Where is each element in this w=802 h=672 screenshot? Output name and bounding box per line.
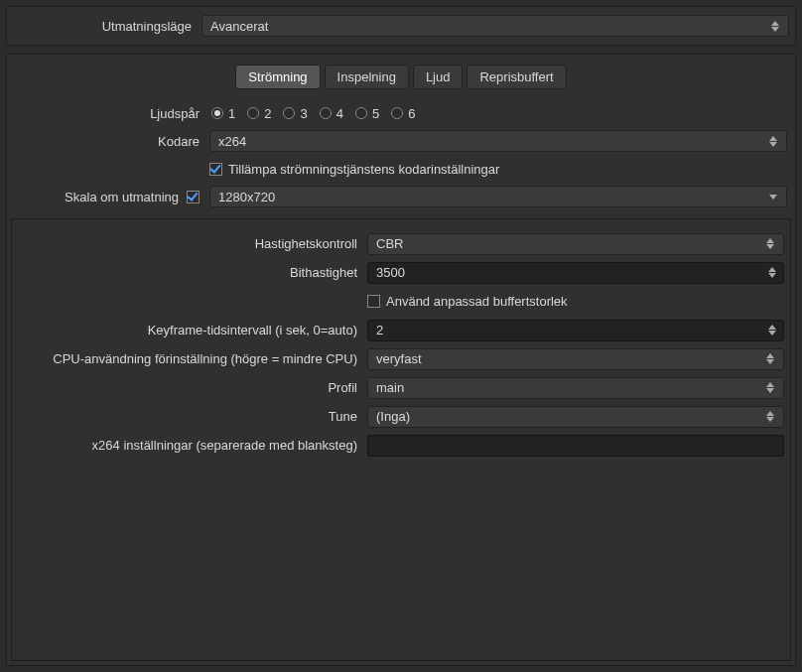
custom-buffer-label: Använd anpassad buffertstorlek (386, 294, 568, 309)
updown-icon (768, 17, 782, 35)
chevron-down-icon (766, 188, 780, 205)
updown-icon (766, 132, 780, 150)
rate-control-value: CBR (376, 236, 763, 251)
svg-marker-1 (771, 27, 779, 32)
svg-marker-14 (766, 388, 774, 393)
audio-track-3[interactable]: 3 (283, 106, 307, 121)
updown-icon (765, 322, 779, 339)
radio-icon (283, 107, 295, 119)
radio-icon (320, 107, 332, 119)
custom-buffer-checkbox[interactable]: Använd anpassad buffertstorlek (367, 294, 568, 309)
bitrate-input[interactable]: 3500 (367, 262, 784, 284)
svg-marker-2 (769, 136, 777, 141)
svg-marker-4 (769, 195, 777, 200)
rescale-label: Skala om utmatning (65, 190, 179, 204)
rescale-row: Skala om utmatning 1280x720 (15, 183, 787, 210)
keyframe-value: 2 (376, 323, 765, 337)
output-mode-value: Avancerat (210, 19, 768, 34)
cpu-preset-select[interactable]: veryfast (367, 348, 784, 370)
encoder-settings-panel: Hastighetskontroll CBR Bithastighet 3500 (11, 218, 791, 661)
tabs: Strömning Inspelning Ljud Reprisbuffert (11, 65, 791, 89)
encoder-select[interactable]: x264 (209, 130, 787, 152)
output-mode-label: Utmatningsläge (13, 19, 201, 34)
updown-icon (763, 379, 777, 397)
svg-marker-3 (769, 142, 777, 147)
svg-marker-6 (766, 244, 774, 249)
radio-icon (355, 107, 367, 119)
updown-icon (763, 350, 777, 368)
encoder-label: Kodare (15, 134, 209, 149)
encoder-row: Kodare x264 (15, 127, 787, 155)
updown-icon (765, 264, 779, 282)
tab-recording[interactable]: Inspelning (325, 65, 409, 89)
bitrate-value: 3500 (376, 265, 765, 280)
rescale-checkbox[interactable] (187, 191, 200, 203)
svg-marker-13 (766, 382, 774, 387)
enforce-label: Tillämpa strömningstjänstens kodarinstäl… (228, 162, 499, 177)
checkbox-icon (367, 295, 380, 308)
tune-select[interactable]: (Inga) (367, 406, 784, 428)
rate-control-row: Hastighetskontroll CBR (18, 229, 784, 258)
cpu-preset-value: veryfast (376, 351, 763, 366)
audio-track-row: Ljudspår 1 2 3 4 5 6 (15, 99, 787, 127)
tab-replay-buffer[interactable]: Reprisbuffert (467, 65, 566, 89)
tune-label: Tune (18, 409, 367, 424)
profile-label: Profil (18, 380, 367, 395)
audio-track-6[interactable]: 6 (391, 106, 415, 121)
output-settings-panel: Strömning Inspelning Ljud Reprisbuffert … (6, 54, 796, 666)
svg-marker-5 (766, 238, 774, 243)
tune-value: (Inga) (376, 409, 763, 424)
rate-control-label: Hastighetskontroll (18, 236, 367, 251)
rescale-value: 1280x720 (218, 190, 766, 204)
svg-marker-7 (768, 267, 776, 272)
radio-icon (211, 107, 223, 119)
svg-marker-9 (768, 325, 776, 330)
custom-buffer-row: Använd anpassad buffertstorlek (18, 287, 784, 316)
svg-marker-8 (768, 273, 776, 278)
output-mode-select[interactable]: Avancerat (201, 15, 789, 37)
audio-track-4[interactable]: 4 (320, 106, 343, 121)
radio-icon (247, 107, 259, 119)
enforce-checkbox[interactable]: Tillämpa strömningstjänstens kodarinstäl… (209, 162, 499, 177)
radio-icon (391, 107, 403, 119)
audio-track-label: Ljudspår (15, 106, 209, 121)
x264opts-input[interactable] (367, 435, 784, 457)
audio-track-2[interactable]: 2 (247, 106, 271, 121)
svg-marker-16 (766, 417, 774, 422)
keyframe-input[interactable]: 2 (367, 320, 784, 341)
updown-icon (763, 235, 777, 253)
checkbox-icon (209, 163, 222, 176)
cpu-preset-row: CPU-användning förinställning (högre = m… (18, 344, 784, 373)
tab-audio[interactable]: Ljud (413, 65, 464, 89)
enforce-row: Tillämpa strömningstjänstens kodarinstäl… (15, 155, 787, 183)
bitrate-label: Bithastighet (18, 265, 367, 280)
svg-marker-10 (768, 331, 776, 336)
profile-select[interactable]: main (367, 377, 784, 399)
profile-row: Profil main (18, 373, 784, 402)
audio-track-5[interactable]: 5 (355, 106, 379, 121)
keyframe-label: Keyframe-tidsintervall (i sek, 0=auto) (18, 323, 367, 337)
svg-marker-11 (766, 353, 774, 358)
cpu-preset-label: CPU-användning förinställning (högre = m… (18, 351, 367, 366)
svg-marker-12 (766, 359, 774, 364)
profile-value: main (376, 380, 763, 395)
audio-track-group: 1 2 3 4 5 6 (209, 106, 415, 121)
rate-control-select[interactable]: CBR (367, 233, 784, 255)
svg-marker-0 (771, 21, 779, 26)
keyframe-row: Keyframe-tidsintervall (i sek, 0=auto) 2 (18, 316, 784, 344)
bitrate-row: Bithastighet 3500 (18, 258, 784, 287)
x264opts-row: x264 inställningar (separerade med blank… (18, 431, 784, 460)
updown-icon (763, 408, 777, 426)
audio-track-1[interactable]: 1 (211, 106, 235, 121)
encoder-value: x264 (218, 134, 766, 149)
tune-row: Tune (Inga) (18, 402, 784, 431)
svg-marker-15 (766, 411, 774, 416)
rescale-select[interactable]: 1280x720 (209, 186, 787, 207)
x264opts-label: x264 inställningar (separerade med blank… (18, 438, 367, 453)
output-mode-panel: Utmatningsläge Avancerat (6, 6, 796, 46)
tab-streaming[interactable]: Strömning (235, 65, 320, 89)
